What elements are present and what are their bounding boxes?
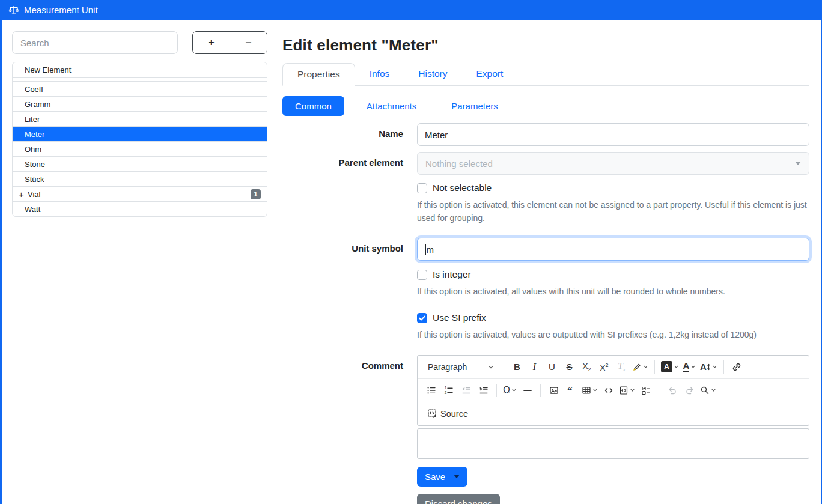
find-and-replace-button[interactable] xyxy=(698,381,718,399)
bulleted-list-icon xyxy=(427,386,436,395)
undo-icon xyxy=(668,386,677,395)
chevron-down-icon xyxy=(643,364,648,369)
link-button[interactable] xyxy=(728,358,746,376)
redo-icon xyxy=(685,386,695,395)
font-size-button[interactable]: A xyxy=(698,358,719,376)
font-background-icon: A xyxy=(661,361,672,372)
chevron-down-icon xyxy=(674,364,679,369)
use-si-prefix-checkbox[interactable] xyxy=(417,313,427,323)
collapse-all-button[interactable]: − xyxy=(230,32,267,53)
code-icon xyxy=(604,386,613,395)
omega-icon: Ω xyxy=(503,385,510,396)
redo-button[interactable] xyxy=(681,381,698,399)
special-characters-button[interactable]: Ω xyxy=(501,381,519,399)
sidebar: + − New Element Coeff Gramm Liter Meter … xyxy=(12,31,267,504)
remove-format-button[interactable]: Tx xyxy=(613,358,630,376)
horizontal-line-icon xyxy=(523,386,532,395)
font-background-color-button[interactable]: A xyxy=(659,358,681,376)
not-selectable-checkbox[interactable] xyxy=(417,183,427,193)
tree-item-stone[interactable]: Stone xyxy=(13,156,267,171)
subscript-button[interactable]: X2 xyxy=(578,358,595,376)
is-integer-checkbox-row[interactable]: Is integer xyxy=(417,269,809,280)
text-cursor xyxy=(425,244,426,255)
discard-changes-button[interactable]: Discard changes xyxy=(417,494,500,504)
app-navbar: Measurement Unit xyxy=(0,0,822,20)
insert-table-button[interactable] xyxy=(580,381,600,399)
superscript-button[interactable]: X2 xyxy=(595,358,613,376)
tree-item-ohm[interactable]: Ohm xyxy=(13,141,267,156)
tree-item-watt[interactable]: Watt xyxy=(13,201,267,216)
todo-list-icon xyxy=(641,386,651,395)
tab-properties[interactable]: Properties xyxy=(282,63,355,86)
underline-button[interactable]: U xyxy=(543,358,561,376)
source-editing-icon xyxy=(427,408,437,419)
child-count-badge: 1 xyxy=(251,189,261,199)
unit-symbol-input[interactable]: m xyxy=(417,238,809,261)
tree-item-liter[interactable]: Liter xyxy=(13,111,267,126)
block-quote-button[interactable]: “ xyxy=(562,381,580,399)
expand-all-button[interactable]: + xyxy=(193,32,230,53)
bold-button[interactable]: B xyxy=(508,358,526,376)
check-icon xyxy=(419,315,425,321)
tree-item-gramm[interactable]: Gramm xyxy=(13,96,267,111)
outdent-button[interactable] xyxy=(457,381,475,399)
comment-label: Comment xyxy=(282,355,417,459)
is-integer-help: If this option is activated, all values … xyxy=(417,285,809,299)
code-button[interactable] xyxy=(600,381,617,399)
not-selectable-label: Not selectable xyxy=(433,183,492,193)
bulleted-list-button[interactable] xyxy=(422,381,440,399)
todo-list-button[interactable] xyxy=(637,381,654,399)
edit-form: Name Parent element Nothing selected Not… xyxy=(282,123,809,504)
insert-image-button[interactable] xyxy=(545,381,562,399)
not-selectable-checkbox-row[interactable]: Not selectable xyxy=(417,183,809,193)
tab-infos[interactable]: Infos xyxy=(355,63,404,85)
balance-scale-icon xyxy=(8,5,19,15)
main-content: Edit element "Meter" Properties Infos Hi… xyxy=(282,31,809,504)
comment-editable-area[interactable] xyxy=(417,428,809,459)
tree-item-stueck[interactable]: Stück xyxy=(13,171,267,186)
app-title: Measurement Unit xyxy=(24,5,98,15)
source-editing-button[interactable]: Source xyxy=(422,405,473,423)
numbered-list-button[interactable]: 12 xyxy=(440,381,457,399)
is-integer-checkbox[interactable] xyxy=(417,270,427,280)
subtab-common[interactable]: Common xyxy=(282,96,344,116)
font-color-button[interactable]: A xyxy=(681,358,698,376)
indent-button[interactable] xyxy=(475,381,492,399)
undo-button[interactable] xyxy=(663,381,681,399)
subtab-parameters[interactable]: Parameters xyxy=(439,96,511,116)
numbered-list-icon: 12 xyxy=(444,386,454,395)
parent-element-select[interactable]: Nothing selected xyxy=(417,152,809,175)
use-si-prefix-checkbox-row[interactable]: Use SI prefix xyxy=(417,312,809,323)
italic-button[interactable]: I xyxy=(526,358,543,376)
paragraph-style-dropdown[interactable]: Paragraph xyxy=(422,358,499,376)
code-block-icon xyxy=(619,386,629,395)
unit-symbol-label: Unit symbol xyxy=(282,238,417,341)
use-si-prefix-label: Use SI prefix xyxy=(433,312,486,323)
save-dropdown-caret-icon[interactable] xyxy=(454,475,460,478)
chevron-down-icon xyxy=(488,364,494,370)
save-button[interactable]: Save xyxy=(417,467,467,487)
font-color-icon: A xyxy=(683,361,690,372)
tree-item-new-element[interactable]: New Element xyxy=(13,62,267,77)
tab-export[interactable]: Export xyxy=(462,63,518,85)
name-input[interactable] xyxy=(417,123,809,146)
subtab-bar: Common Attachments Parameters xyxy=(282,96,809,116)
chevron-down-icon xyxy=(630,387,635,393)
highlight-pen-icon xyxy=(632,362,642,372)
use-si-prefix-help: If this option is activated, values are … xyxy=(417,329,809,342)
subtab-attachments[interactable]: Attachments xyxy=(354,96,429,116)
chevron-down-icon xyxy=(511,387,517,393)
tree-item-meter[interactable]: Meter xyxy=(13,126,267,141)
search-input[interactable] xyxy=(12,31,178,54)
tab-history[interactable]: History xyxy=(404,63,461,85)
code-block-button[interactable] xyxy=(617,381,637,399)
horizontal-line-button[interactable] xyxy=(519,381,536,399)
block-quote-icon: “ xyxy=(567,386,576,395)
expand-plus-icon[interactable]: + xyxy=(19,189,28,199)
tree-item-vial[interactable]: + Vial 1 xyxy=(13,186,267,201)
strikethrough-button[interactable]: S xyxy=(561,358,578,376)
svg-text:“: “ xyxy=(567,386,573,395)
tree-item-coeff[interactable]: Coeff xyxy=(13,81,267,96)
parent-element-label: Parent element xyxy=(282,152,417,225)
highlight-button[interactable] xyxy=(630,358,650,376)
